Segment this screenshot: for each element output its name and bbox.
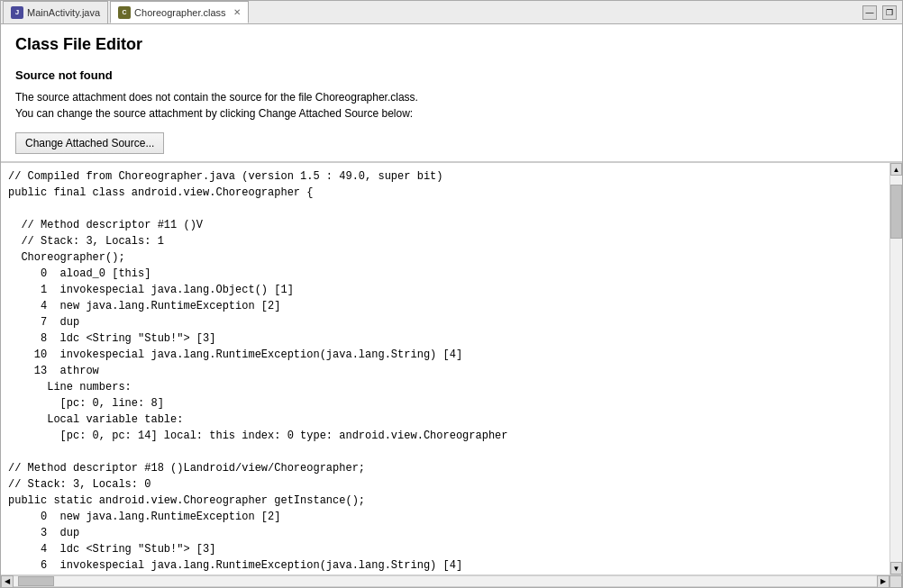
close-icon[interactable]: ✕ <box>233 7 241 17</box>
restore-button[interactable]: ❐ <box>882 5 897 20</box>
horizontal-scrollbar[interactable]: ◀ ▶ <box>1 575 889 587</box>
editor-title: Class File Editor <box>15 35 888 54</box>
change-attached-source-button[interactable]: Change Attached Source... <box>15 132 164 154</box>
vertical-scrollbar[interactable]: ▲ ▼ <box>889 163 902 574</box>
tab-main-activity[interactable]: J MainActivity.java <box>3 1 108 23</box>
tab-choreographer[interactable]: C Choreographer.class ✕ <box>110 1 249 23</box>
tab-main-activity-label: MainActivity.java <box>27 7 100 18</box>
tab-choreographer-label: Choreographer.class <box>134 7 226 18</box>
bottom-bar: ◀ ▶ <box>1 574 902 587</box>
scroll-right-arrow[interactable]: ▶ <box>877 575 889 588</box>
scroll-corner <box>889 575 902 588</box>
code-editor[interactable]: // Compiled from Choreographer.java (ver… <box>1 163 889 574</box>
source-message: The source attachment does not contain t… <box>15 89 888 122</box>
source-not-found-label: Source not found <box>15 68 888 82</box>
scrollbar-track[interactable] <box>890 176 902 562</box>
source-message-line1: The source attachment does not contain t… <box>15 89 888 105</box>
tab-bar: J MainActivity.java C Choreographer.clas… <box>1 1 902 24</box>
scroll-down-arrow[interactable]: ▼ <box>890 562 902 574</box>
h-scroll-track[interactable] <box>14 575 877 587</box>
source-message-line2: You can change the source attachment by … <box>15 105 888 122</box>
editor-content: Class File Editor Source not found The s… <box>1 24 902 587</box>
minimize-button[interactable]: — <box>862 5 877 20</box>
tab-bar-left: J MainActivity.java C Choreographer.clas… <box>3 1 251 23</box>
h-scroll-thumb[interactable] <box>18 576 54 586</box>
code-area-wrapper: // Compiled from Choreographer.java (ver… <box>1 163 902 574</box>
editor-header: Class File Editor Source not found The s… <box>1 24 902 162</box>
main-window: J MainActivity.java C Choreographer.clas… <box>0 0 903 588</box>
java-file-icon: J <box>11 6 23 19</box>
window-controls: — ❐ <box>862 5 900 20</box>
scroll-up-arrow[interactable]: ▲ <box>890 163 902 176</box>
scrollbar-thumb[interactable] <box>890 185 902 239</box>
class-file-icon: C <box>118 6 131 19</box>
scroll-left-arrow[interactable]: ◀ <box>1 575 14 588</box>
